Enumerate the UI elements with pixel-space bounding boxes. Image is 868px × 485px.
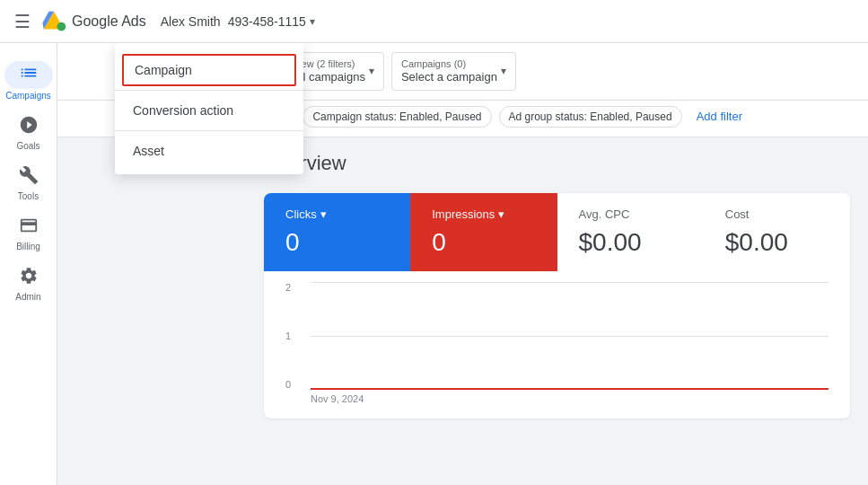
- campaigns-icon: [19, 66, 39, 86]
- impressions-metric-header: Impressions ▾: [432, 207, 535, 221]
- account-dropdown-arrow: ▾: [310, 15, 315, 28]
- metrics-container: Clicks ▾ 0 Impressions ▾ 0 Avg. CPC $0.0…: [264, 193, 850, 271]
- sidebar-campaigns-label: Campaigns: [5, 91, 51, 101]
- chart-grid-line-mid: [311, 336, 829, 337]
- chart-y-label-1: 1: [285, 331, 291, 341]
- impressions-dropdown-arrow[interactable]: ▾: [498, 207, 504, 221]
- billing-icon: [19, 216, 39, 240]
- view-filter-label: View (2 filters): [293, 58, 365, 70]
- tools-icon: [19, 165, 39, 190]
- view-filter-value: All campaigns: [293, 70, 365, 84]
- add-filter-button[interactable]: Add filter: [689, 106, 750, 127]
- sidebar-tools-label: Tools: [18, 191, 39, 201]
- content-area: Campaign Conversion action Asset 🏠 View …: [57, 43, 868, 485]
- avg-cpc-metric-card: Avg. CPC $0.00: [557, 193, 704, 271]
- clicks-metric-label: Clicks: [285, 207, 317, 221]
- google-ads-text: Google Ads: [72, 13, 146, 30]
- sidebar-item-campaigns[interactable]: Campaigns: [0, 54, 57, 108]
- sidebar-item-goals[interactable]: Goals: [0, 108, 57, 158]
- dropdown-item-asset[interactable]: Asset: [115, 135, 303, 167]
- campaign-status-filter-tag[interactable]: Campaign status: Enabled, Paused: [302, 106, 491, 128]
- dropdown-item-conversion-action[interactable]: Conversion action: [115, 94, 303, 127]
- dropdown-item-campaign[interactable]: Campaign: [122, 54, 296, 86]
- chart-y-label-0: 0: [285, 379, 291, 390]
- overview-title: Overview: [264, 152, 850, 175]
- impressions-metric-label: Impressions: [432, 207, 495, 221]
- account-dropdown[interactable]: Alex Smith 493-458-1115 ▾: [157, 14, 315, 29]
- sidebar-admin-label: Admin: [15, 292, 40, 302]
- clicks-dropdown-arrow[interactable]: ▾: [320, 207, 327, 221]
- cost-metric-card: Cost $0.00: [704, 193, 850, 271]
- svg-point-2: [57, 22, 66, 31]
- sidebar-goals-label: Goals: [16, 141, 39, 151]
- avg-cpc-metric-label: Avg. CPC: [579, 207, 630, 221]
- adgroup-status-filter-tag[interactable]: Ad group status: Enabled, Paused: [499, 106, 682, 128]
- campaigns-filter-dropdown[interactable]: Campaigns (0) Select a campaign ▾: [391, 52, 516, 91]
- campaigns-filter-label: Campaigns (0): [401, 58, 497, 70]
- account-name: Alex Smith: [161, 14, 221, 29]
- chart-baseline: [311, 388, 829, 390]
- impressions-metric-card: Impressions ▾ 0: [410, 193, 557, 271]
- clicks-metric-value: 0: [285, 228, 389, 257]
- dropdown-divider: [115, 90, 303, 91]
- cost-metric-value: $0.00: [725, 228, 829, 257]
- chart-grid: 2 1 0: [285, 282, 829, 390]
- chart-x-label: Nov 9, 2024: [311, 393, 829, 404]
- top-nav: ☰ Google Ads Alex Smith 493-458-1115 ▾: [0, 0, 868, 43]
- google-ads-logo: Google Ads: [41, 9, 146, 34]
- sidebar-item-tools[interactable]: Tools: [0, 158, 57, 208]
- sidebar-item-admin[interactable]: Admin: [0, 259, 57, 309]
- main-layout: Campaigns Goals Tools Billing Admin: [0, 43, 868, 485]
- menu-icon[interactable]: ☰: [14, 11, 31, 32]
- goals-icon: [19, 115, 39, 139]
- chart-grid-line-top: [311, 282, 829, 283]
- account-id: 493-458-1115: [228, 14, 306, 29]
- dropdown-divider-2: [115, 130, 303, 131]
- sidebar-billing-label: Billing: [16, 242, 40, 251]
- avg-cpc-metric-header: Avg. CPC: [579, 207, 682, 221]
- avg-cpc-metric-value: $0.00: [579, 228, 682, 257]
- impressions-metric-value: 0: [432, 228, 535, 257]
- chart-area: 2 1 0 Nov 9, 2024: [264, 271, 850, 419]
- sidebar: Campaigns Goals Tools Billing Admin: [0, 43, 57, 485]
- dropdown-menu: Campaign Conversion action Asset: [115, 43, 303, 174]
- clicks-metric-card: Clicks ▾ 0: [264, 193, 410, 271]
- admin-icon: [19, 266, 39, 290]
- view-filter-chevron: ▾: [369, 65, 374, 77]
- sidebar-item-billing[interactable]: Billing: [0, 208, 57, 259]
- campaigns-filter-value: Select a campaign: [401, 70, 497, 84]
- cost-metric-header: Cost: [725, 207, 829, 221]
- google-ads-logo-svg: [41, 9, 66, 34]
- chart-y-label-2: 2: [285, 282, 291, 293]
- campaigns-filter-chevron: ▾: [501, 65, 506, 77]
- clicks-metric-header: Clicks ▾: [285, 207, 389, 221]
- cost-metric-label: Cost: [725, 207, 750, 221]
